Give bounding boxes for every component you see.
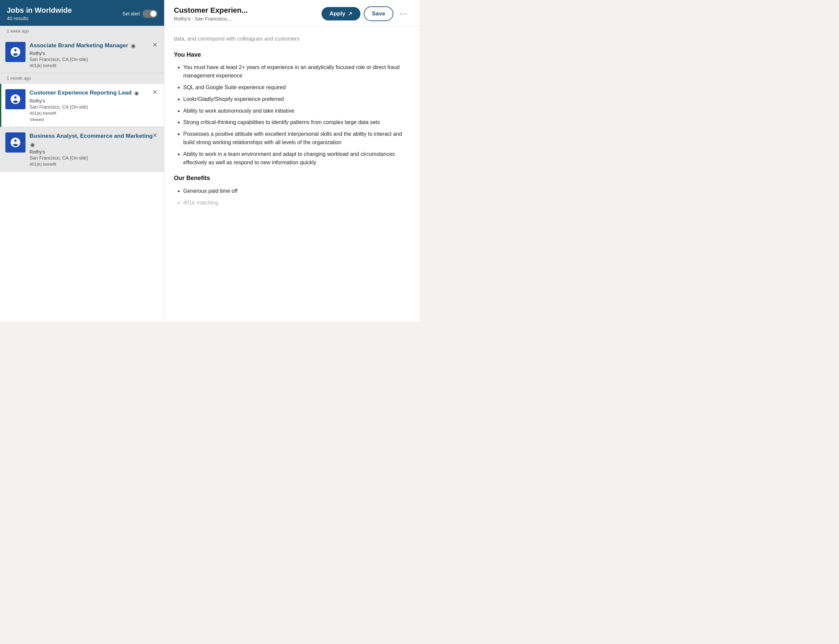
- job-location-2: San Francisco, CA (On-site): [30, 104, 159, 110]
- job-card-cx-reporting[interactable]: Customer Experience Reporting Lead ◉ Rot…: [0, 84, 164, 127]
- job-company-2: Rothy's: [30, 98, 159, 104]
- job-logo-2: [5, 89, 25, 109]
- save-button[interactable]: Save: [364, 7, 393, 21]
- you-have-list: You must have at least 2+ years of exper…: [174, 63, 410, 167]
- job-info-3: Business Analyst, Ecommerce and Marketin…: [30, 132, 159, 167]
- jobs-title: Jobs in Worldwide: [7, 6, 72, 15]
- close-job-1[interactable]: ✕: [150, 41, 160, 49]
- job-location-3: San Francisco, CA (On-site): [30, 155, 159, 161]
- verified-icon-1: ◉: [130, 43, 136, 49]
- section-you-have-heading: You Have: [174, 50, 410, 60]
- right-header: Customer Experien... Rothy's · San Franc…: [165, 0, 420, 26]
- job-company-1: Rothy's: [30, 51, 159, 56]
- set-alert-label: Set alert: [122, 11, 140, 16]
- job-title-row-3: Business Analyst, Ecommerce and Marketin…: [30, 132, 159, 148]
- verified-icon-3: ◉: [30, 142, 36, 148]
- left-header: Jobs in Worldwide 40 results Set alert: [0, 0, 164, 26]
- right-header-title-area: Customer Experien... Rothy's · San Franc…: [174, 6, 248, 21]
- time-separator-1week: 1 week ago: [0, 26, 164, 36]
- list-item: You must have at least 2+ years of exper…: [183, 63, 410, 80]
- truncated-intro: data, and correspond with colleagues and…: [174, 34, 410, 43]
- job-viewed-2: Viewed: [30, 117, 159, 122]
- set-alert-area: Set alert: [122, 10, 157, 18]
- benefits-list: Generous paid time off 401k matching: [174, 187, 410, 207]
- right-job-title: Customer Experien...: [174, 6, 248, 15]
- list-item: Generous paid time off: [183, 187, 410, 196]
- company-logo-icon-2: [9, 93, 21, 105]
- external-link-icon: ↗: [348, 11, 353, 17]
- job-info-1: Associate Brand Marketing Manager ◉ Roth…: [30, 42, 159, 68]
- job-benefit-1: 401(k) benefit: [30, 63, 159, 68]
- results-count: 40 results: [7, 15, 72, 21]
- list-item-faded: 401k matching: [183, 199, 410, 207]
- right-content: data, and correspond with colleagues and…: [165, 26, 420, 221]
- right-panel: Customer Experien... Rothy's · San Franc…: [165, 0, 420, 322]
- apply-button[interactable]: Apply ↗: [321, 7, 361, 20]
- left-header-text: Jobs in Worldwide 40 results: [7, 6, 72, 21]
- job-title-1: Associate Brand Marketing Manager: [30, 42, 128, 49]
- job-card-business-analyst[interactable]: Business Analyst, Ecommerce and Marketin…: [0, 127, 164, 172]
- right-header-actions: Apply ↗ Save ···: [321, 7, 410, 21]
- apply-label: Apply: [330, 10, 345, 17]
- job-title-3: Business Analyst, Ecommerce and Marketin…: [30, 132, 153, 140]
- job-logo-3: [5, 132, 25, 153]
- right-job-subtitle: Rothy's · San Francisco,...: [174, 16, 248, 21]
- job-location-1: San Francisco, CA (On-site): [30, 57, 159, 62]
- close-job-2[interactable]: ✕: [150, 89, 160, 96]
- company-logo-icon-3: [9, 136, 21, 148]
- list-item: Possesses a positive attitude with excel…: [183, 130, 410, 147]
- time-separator-1month: 1 month ago: [0, 73, 164, 84]
- list-item: Lookr/Gladly/Shopify experience preferre…: [183, 95, 410, 104]
- job-info-2: Customer Experience Reporting Lead ◉ Rot…: [30, 89, 159, 122]
- more-options-button[interactable]: ···: [397, 8, 410, 20]
- list-item: Ability to work in a team environment an…: [183, 150, 410, 167]
- job-benefit-2: 401(k) benefit: [30, 111, 159, 116]
- job-title-row-1: Associate Brand Marketing Manager ◉: [30, 42, 159, 49]
- set-alert-toggle[interactable]: [143, 10, 157, 18]
- job-company-3: Rothy's: [30, 149, 159, 154]
- list-item: Ability to work autonomously and take in…: [183, 107, 410, 115]
- verified-icon-2: ◉: [134, 90, 140, 96]
- list-item: Strong critical-thinking capabilities to…: [183, 118, 410, 127]
- list-item: SQL and Google Suite experience required: [183, 84, 410, 92]
- job-title-2: Customer Experience Reporting Lead: [30, 89, 132, 97]
- job-logo-1: [5, 42, 25, 62]
- close-job-3[interactable]: ✕: [150, 132, 160, 139]
- section-our-benefits-heading: Our Benefits: [174, 173, 410, 183]
- left-panel: Jobs in Worldwide 40 results Set alert 1…: [0, 0, 165, 322]
- job-card-associate-brand[interactable]: Associate Brand Marketing Manager ◉ Roth…: [0, 36, 164, 73]
- company-logo-icon-1: [9, 46, 21, 58]
- job-benefit-3: 401(k) benefit: [30, 162, 159, 167]
- job-title-row-2: Customer Experience Reporting Lead ◉: [30, 89, 159, 97]
